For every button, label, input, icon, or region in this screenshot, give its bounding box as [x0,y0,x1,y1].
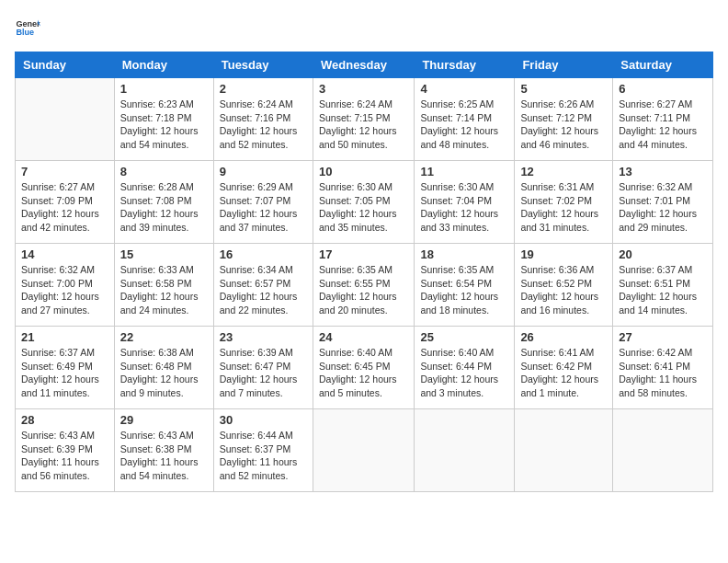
cell-content: Sunrise: 6:26 AM Sunset: 7:12 PM Dayligh… [520,98,607,152]
day-number: 2 [220,82,307,96]
calendar-cell: 24Sunrise: 6:40 AM Sunset: 6:45 PM Dayli… [313,327,414,409]
day-number: 30 [220,413,307,427]
cell-content: Sunrise: 6:40 AM Sunset: 6:45 PM Dayligh… [319,346,408,400]
cell-content: Sunrise: 6:29 AM Sunset: 7:07 PM Dayligh… [220,180,307,235]
calendar-cell: 29Sunrise: 6:43 AM Sunset: 6:38 PM Dayli… [114,409,213,492]
day-number: 11 [420,165,508,178]
day-number: 22 [120,330,208,344]
day-number: 6 [619,82,707,96]
cell-content: Sunrise: 6:24 AM Sunset: 7:16 PM Dayligh… [220,98,307,152]
day-number: 15 [120,247,208,261]
cell-content: Sunrise: 6:30 AM Sunset: 7:05 PM Dayligh… [319,180,408,235]
day-number: 23 [220,330,307,344]
calendar-week-5: 28Sunrise: 6:43 AM Sunset: 6:39 PM Dayli… [16,409,713,492]
day-number: 5 [520,82,607,96]
cell-content: Sunrise: 6:27 AM Sunset: 7:11 PM Dayligh… [619,98,707,152]
cell-content: Sunrise: 6:31 AM Sunset: 7:02 PM Dayligh… [520,180,607,235]
calendar-cell: 6Sunrise: 6:27 AM Sunset: 7:11 PM Daylig… [613,78,713,161]
calendar-cell [613,409,713,492]
cell-content: Sunrise: 6:42 AM Sunset: 6:41 PM Dayligh… [619,346,707,400]
calendar-cell: 26Sunrise: 6:41 AM Sunset: 6:42 PM Dayli… [515,327,613,409]
calendar-cell: 10Sunrise: 6:30 AM Sunset: 7:05 PM Dayli… [313,161,414,244]
day-number: 24 [319,330,408,344]
calendar-cell: 25Sunrise: 6:40 AM Sunset: 6:44 PM Dayli… [415,327,515,409]
svg-text:Blue: Blue [16,28,34,37]
cell-content: Sunrise: 6:44 AM Sunset: 6:37 PM Dayligh… [220,429,307,483]
general-blue-logo-icon: General Blue [15,15,40,40]
calendar-cell: 3Sunrise: 6:24 AM Sunset: 7:15 PM Daylig… [313,78,414,161]
svg-text:General: General [16,19,40,29]
day-number: 29 [120,413,208,427]
calendar-cell: 22Sunrise: 6:38 AM Sunset: 6:48 PM Dayli… [114,327,213,409]
day-number: 12 [520,165,607,178]
calendar-cell: 14Sunrise: 6:32 AM Sunset: 7:00 PM Dayli… [16,244,115,327]
day-number: 17 [319,247,408,261]
calendar-cell: 5Sunrise: 6:26 AM Sunset: 7:12 PM Daylig… [515,78,613,161]
calendar-week-1: 1Sunrise: 6:23 AM Sunset: 7:18 PM Daylig… [16,78,713,161]
day-number: 9 [220,165,307,178]
day-number: 16 [220,247,307,261]
cell-content: Sunrise: 6:27 AM Sunset: 7:09 PM Dayligh… [21,180,108,235]
day-number: 21 [21,330,108,344]
weekday-header-saturday: Saturday [613,52,713,78]
day-number: 20 [619,247,707,261]
cell-content: Sunrise: 6:37 AM Sunset: 6:51 PM Dayligh… [619,263,707,317]
day-number: 4 [420,82,508,96]
cell-content: Sunrise: 6:35 AM Sunset: 6:55 PM Dayligh… [319,263,408,317]
day-number: 14 [21,247,108,261]
calendar-week-3: 14Sunrise: 6:32 AM Sunset: 7:00 PM Dayli… [16,244,713,327]
weekday-header-monday: Monday [114,52,213,78]
day-number: 26 [520,330,607,344]
cell-content: Sunrise: 6:36 AM Sunset: 6:52 PM Dayligh… [520,263,607,317]
calendar-cell: 1Sunrise: 6:23 AM Sunset: 7:18 PM Daylig… [114,78,213,161]
weekday-header-wednesday: Wednesday [313,52,414,78]
cell-content: Sunrise: 6:41 AM Sunset: 6:42 PM Dayligh… [520,346,607,400]
calendar-cell: 2Sunrise: 6:24 AM Sunset: 7:16 PM Daylig… [213,78,313,161]
day-number: 27 [619,330,707,344]
calendar-week-4: 21Sunrise: 6:37 AM Sunset: 6:49 PM Dayli… [16,327,713,409]
day-number: 1 [120,82,208,96]
calendar-cell: 13Sunrise: 6:32 AM Sunset: 7:01 PM Dayli… [613,161,713,244]
cell-content: Sunrise: 6:40 AM Sunset: 6:44 PM Dayligh… [420,346,508,400]
cell-content: Sunrise: 6:23 AM Sunset: 7:18 PM Dayligh… [120,98,208,152]
cell-content: Sunrise: 6:24 AM Sunset: 7:15 PM Dayligh… [319,98,408,152]
calendar-cell: 28Sunrise: 6:43 AM Sunset: 6:39 PM Dayli… [16,409,115,492]
calendar-cell [313,409,414,492]
cell-content: Sunrise: 6:32 AM Sunset: 7:00 PM Dayligh… [21,263,108,317]
calendar-cell [515,409,613,492]
day-number: 25 [420,330,508,344]
cell-content: Sunrise: 6:43 AM Sunset: 6:39 PM Dayligh… [21,429,108,483]
calendar-cell [16,78,115,161]
calendar-cell: 20Sunrise: 6:37 AM Sunset: 6:51 PM Dayli… [613,244,713,327]
calendar-table: SundayMondayTuesdayWednesdayThursdayFrid… [15,52,713,492]
cell-content: Sunrise: 6:43 AM Sunset: 6:38 PM Dayligh… [120,429,208,483]
calendar-week-2: 7Sunrise: 6:27 AM Sunset: 7:09 PM Daylig… [16,161,713,244]
calendar-cell: 17Sunrise: 6:35 AM Sunset: 6:55 PM Dayli… [313,244,414,327]
cell-content: Sunrise: 6:25 AM Sunset: 7:14 PM Dayligh… [420,98,508,152]
day-number: 3 [319,82,408,96]
calendar-cell: 8Sunrise: 6:28 AM Sunset: 7:08 PM Daylig… [114,161,213,244]
calendar-cell [415,409,515,492]
day-number: 10 [319,165,408,178]
weekday-header-thursday: Thursday [415,52,515,78]
cell-content: Sunrise: 6:38 AM Sunset: 6:48 PM Dayligh… [120,346,208,400]
cell-content: Sunrise: 6:37 AM Sunset: 6:49 PM Dayligh… [21,346,108,400]
weekday-header-sunday: Sunday [16,52,115,78]
calendar-cell: 16Sunrise: 6:34 AM Sunset: 6:57 PM Dayli… [213,244,313,327]
logo: General Blue [15,15,44,40]
day-number: 13 [619,165,707,178]
calendar-cell: 27Sunrise: 6:42 AM Sunset: 6:41 PM Dayli… [613,327,713,409]
calendar-cell: 12Sunrise: 6:31 AM Sunset: 7:02 PM Dayli… [515,161,613,244]
calendar-cell: 4Sunrise: 6:25 AM Sunset: 7:14 PM Daylig… [415,78,515,161]
cell-content: Sunrise: 6:32 AM Sunset: 7:01 PM Dayligh… [619,180,707,235]
calendar-cell: 7Sunrise: 6:27 AM Sunset: 7:09 PM Daylig… [16,161,115,244]
calendar-cell: 11Sunrise: 6:30 AM Sunset: 7:04 PM Dayli… [415,161,515,244]
cell-content: Sunrise: 6:28 AM Sunset: 7:08 PM Dayligh… [120,180,208,235]
cell-content: Sunrise: 6:33 AM Sunset: 6:58 PM Dayligh… [120,263,208,317]
calendar-cell: 19Sunrise: 6:36 AM Sunset: 6:52 PM Dayli… [515,244,613,327]
calendar-cell: 21Sunrise: 6:37 AM Sunset: 6:49 PM Dayli… [16,327,115,409]
calendar-cell: 18Sunrise: 6:35 AM Sunset: 6:54 PM Dayli… [415,244,515,327]
day-number: 7 [21,165,108,178]
day-number: 18 [420,247,508,261]
day-number: 28 [21,413,108,427]
